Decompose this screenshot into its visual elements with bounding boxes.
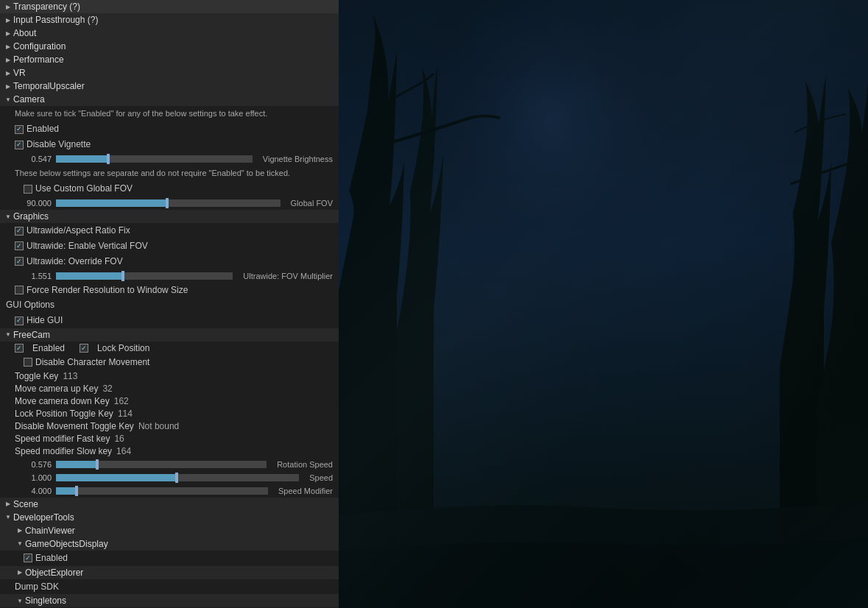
developer-tools-section[interactable]: DeveloperTools [0, 511, 339, 524]
freecam-section[interactable]: FreeCam [0, 328, 339, 342]
performance-section[interactable]: Performance [0, 53, 339, 66]
dump-sdk-row[interactable]: Dump SDK [0, 579, 339, 595]
settings-panel[interactable]: Transparency (?) Input Passthrough (?) A… [0, 0, 339, 608]
ultrawide-override-checkbox[interactable] [15, 257, 24, 266]
input-passthrough-arrow [3, 15, 13, 25]
chain-viewer-section[interactable]: ChainViewer [0, 524, 339, 537]
ultrawide-vertical-row[interactable]: Ultrawide: Enable Vertical FOV [0, 238, 339, 254]
background-forest [338, 0, 868, 608]
move-camera-up-value[interactable]: 32 [102, 383, 112, 394]
speed-modifier-slider[interactable] [56, 487, 268, 495]
vignette-slider[interactable] [56, 155, 253, 163]
global-fov-slider[interactable] [56, 199, 280, 207]
about-label: About [13, 28, 36, 38]
graphics-arrow [3, 211, 13, 222]
ultrawide-aspect-checkbox[interactable] [15, 227, 24, 236]
hide-gui-row[interactable]: Hide GUI [0, 313, 339, 328]
toggle-key-value[interactable]: 113 [63, 371, 77, 381]
custom-fov-checkbox[interactable] [24, 185, 32, 194]
speed-fast-key-row: Speed modifier Fast key 16 [0, 433, 339, 445]
vr-arrow [3, 68, 13, 78]
game-objects-enabled-row[interactable]: Enabled [0, 551, 339, 566]
developer-tools-arrow [3, 512, 13, 523]
input-passthrough-section[interactable]: Input Passthrough (?) [0, 13, 339, 26]
speed-slider[interactable] [56, 474, 299, 481]
camera-enabled-checkbox[interactable] [15, 125, 24, 134]
singletons-section[interactable]: Singletons [0, 594, 339, 607]
configuration-section[interactable]: Configuration [0, 40, 339, 53]
ultrawide-multiplier-label: Ultrawide: FOV Multiplier [243, 272, 333, 280]
scene-section[interactable]: Scene [0, 498, 339, 511]
game-objects-display-label: GameObjectsDisplay [25, 539, 108, 549]
speed-slow-value[interactable]: 164 [116, 446, 131, 456]
vignette-brightness-row: 0.547 Vignette Brightness [0, 152, 339, 166]
disable-vignette-checkbox[interactable] [15, 141, 24, 149]
speed-label: Speed [309, 473, 333, 482]
temporal-upscaler-section[interactable]: TemporalUpscaler [0, 79, 339, 93]
configuration-arrow [3, 41, 13, 52]
game-objects-enabled-checkbox[interactable] [24, 554, 32, 562]
speed-row: 1.000 Speed [0, 471, 339, 484]
developer-tools-label: DeveloperTools [13, 512, 74, 523]
ultrawide-vertical-label: Ultrawide: Enable Vertical FOV [27, 240, 148, 252]
disable-movement-toggle-value[interactable]: Not bound [138, 421, 179, 431]
graphics-label: Graphics [13, 211, 49, 222]
performance-label: Performance [13, 54, 64, 65]
separate-note: These below settings are separate and do… [0, 166, 339, 181]
freecam-enabled-lock-row: Enabled Lock Position [0, 342, 339, 355]
input-passthrough-label: Input Passthrough (?) [13, 15, 98, 25]
global-fov-row: 90.000 Global FOV [0, 197, 339, 210]
force-render-checkbox[interactable] [15, 286, 24, 294]
rotation-speed-handle [96, 459, 99, 470]
object-explorer-section[interactable]: ObjectExplorer [0, 566, 339, 579]
move-camera-down-value[interactable]: 162 [114, 396, 129, 406]
speed-slow-key-row: Speed modifier Slow key 164 [0, 445, 339, 458]
speed-slow-label: Speed modifier Slow key [15, 446, 112, 456]
vignette-value: 0.547 [15, 155, 52, 163]
speed-modifier-value: 4.000 [15, 487, 52, 495]
toggle-key-label: Toggle Key [15, 371, 58, 381]
hide-gui-checkbox[interactable] [15, 317, 24, 325]
camera-arrow [3, 94, 13, 105]
rotation-speed-fill [56, 461, 98, 468]
object-explorer-arrow [15, 568, 25, 578]
camera-enabled-row[interactable]: Enabled [0, 121, 339, 137]
lock-position-checkbox[interactable] [80, 344, 88, 353]
camera-section[interactable]: Camera [0, 93, 339, 106]
move-camera-down-row: Move camera down Key 162 [0, 395, 339, 408]
vignette-label: Vignette Brightness [263, 155, 333, 163]
ultrawide-vertical-checkbox[interactable] [15, 241, 24, 250]
graphics-section[interactable]: Graphics [0, 210, 339, 223]
game-objects-display-section[interactable]: GameObjectsDisplay [0, 537, 339, 551]
ultrawide-multiplier-handle [121, 271, 124, 281]
transparency-label: Transparency (?) [13, 1, 80, 12]
global-fov-label: Global FOV [291, 199, 333, 208]
temporal-upscaler-label: TemporalUpscaler [13, 81, 85, 91]
chain-viewer-label: ChainViewer [25, 526, 75, 536]
rotation-speed-slider[interactable] [56, 461, 267, 468]
ultrawide-override-row[interactable]: Ultrawide: Override FOV [0, 254, 339, 269]
disable-vignette-label: Disable Vignette [27, 138, 91, 151]
disable-character-checkbox[interactable] [24, 358, 32, 367]
freecam-enabled-checkbox[interactable] [15, 344, 24, 353]
gui-options-header: GUI Options [0, 297, 339, 313]
ultrawide-multiplier-fill [56, 272, 123, 280]
global-fov-fill [56, 199, 168, 207]
global-fov-handle [166, 198, 169, 208]
dump-sdk-label: Dump SDK [15, 581, 59, 593]
disable-character-row[interactable]: Disable Character Movement [0, 355, 339, 370]
disable-vignette-row[interactable]: Disable Vignette [0, 137, 339, 152]
speed-fast-value[interactable]: 16 [114, 434, 124, 444]
freecam-arrow [3, 330, 13, 340]
custom-fov-row[interactable]: Use Custom Global FOV [0, 181, 339, 197]
ultrawide-aspect-row[interactable]: Ultrawide/Aspect Ratio Fix [0, 223, 339, 238]
lock-position-toggle-label: Lock Position Toggle Key [15, 409, 113, 419]
ultrawide-multiplier-slider[interactable] [56, 272, 233, 280]
transparency-section[interactable]: Transparency (?) [0, 0, 339, 13]
move-camera-down-label: Move camera down Key [15, 396, 110, 406]
force-render-row[interactable]: Force Render Resolution to Window Size [0, 283, 339, 298]
ultrawide-multiplier-row: 1.551 Ultrawide: FOV Multiplier [0, 269, 339, 283]
lock-position-toggle-value[interactable]: 114 [118, 409, 133, 419]
vr-section[interactable]: VR [0, 66, 339, 79]
about-section[interactable]: About [0, 26, 339, 40]
